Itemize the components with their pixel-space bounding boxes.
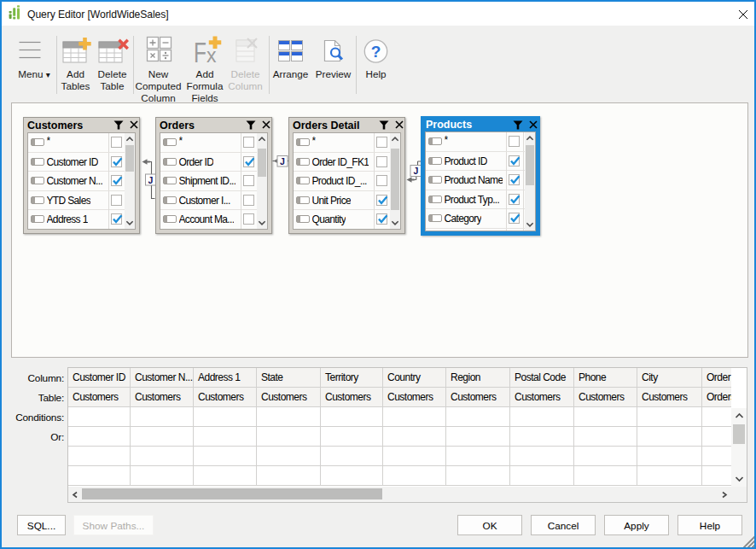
svg-text:?: ?: [371, 42, 381, 60]
svg-text:F: F: [194, 36, 206, 63]
svg-text:J: J: [148, 175, 154, 185]
svg-text:J: J: [280, 156, 285, 166]
svg-text:J: J: [414, 166, 419, 176]
